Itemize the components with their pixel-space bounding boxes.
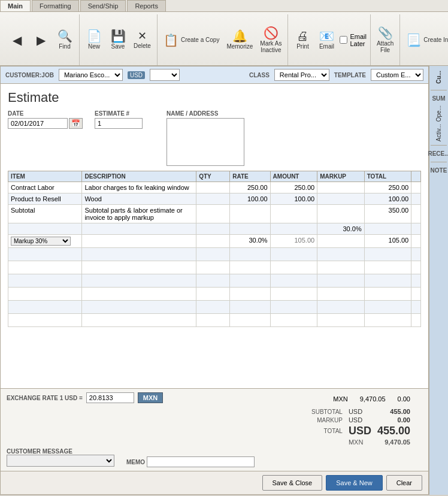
- email-later-checkbox[interactable]: [340, 36, 347, 44]
- memo-input[interactable]: [147, 456, 255, 467]
- customer-job-label: CUSTOMER:JOB: [5, 72, 54, 78]
- cell-description: Subtotal parts & labor estimate or invoi…: [82, 205, 196, 223]
- cell-description: Wood: [82, 193, 196, 205]
- cell-qty: [196, 205, 230, 223]
- save-button[interactable]: 💾 Save: [107, 29, 129, 51]
- back-button[interactable]: ◀: [6, 33, 28, 47]
- subtotal-value: 455.00: [377, 408, 410, 415]
- table-row: Subtotal Subtotal parts & labor estimate…: [8, 205, 421, 223]
- save-new-button[interactable]: Save & New: [326, 475, 383, 491]
- tab-send-ship[interactable]: Send/Ship: [80, 0, 126, 11]
- toolbar-group-file: 📄 New 💾 Save ✕ Delete: [80, 14, 158, 65]
- table-row: Product to Resell Wood 100.00 100.00 100…: [8, 193, 421, 205]
- calendar-button[interactable]: 📅: [69, 118, 83, 129]
- date-input[interactable]: [8, 118, 68, 129]
- markup-select[interactable]: Markup 30%: [11, 237, 71, 246]
- estimate-num-input[interactable]: [95, 118, 143, 129]
- message-memo-row: CUSTOMER MESSAGE MEMO: [7, 448, 422, 467]
- find-button[interactable]: 🔍 Find: [54, 29, 75, 51]
- mxn-button[interactable]: MXN: [138, 392, 163, 403]
- col-header-description: DESCRIPTION: [82, 171, 196, 182]
- bottom-area: EXCHANGE RATE 1 USD = MXN MXN 9,470.05 0…: [1, 388, 428, 471]
- cell-markup: [317, 205, 365, 223]
- mxn-zero: 0.00: [398, 395, 410, 403]
- cell-amount: 100.00: [270, 193, 317, 205]
- cell-markup: [317, 193, 365, 205]
- memo-group: MEMO: [126, 456, 255, 467]
- class-select[interactable]: Rental Pro...: [274, 69, 329, 81]
- markup-currency: USD: [349, 416, 371, 424]
- estimate-title: Estimate: [8, 90, 421, 105]
- mxn-row: EXCHANGE RATE 1 USD = MXN MXN 9,470.05 0…: [7, 392, 422, 406]
- template-select[interactable]: Custom E...: [371, 69, 423, 81]
- side-open-btn[interactable]: Ope...: [435, 105, 442, 122]
- address-textarea[interactable]: [167, 118, 244, 166]
- exchange-rate-label: EXCHANGE RATE 1 USD =: [7, 395, 83, 401]
- table-row: 30.0%: [8, 223, 421, 235]
- tab-reports[interactable]: Reports: [127, 0, 166, 11]
- mark-inactive-button[interactable]: 🚫 Mark AsInactive: [258, 26, 284, 55]
- col-header-amount: AMOUNT: [270, 171, 317, 182]
- email-button[interactable]: 📧 Email: [316, 29, 337, 51]
- side-active-btn[interactable]: Activ...: [435, 124, 442, 141]
- clear-button[interactable]: Clear: [386, 475, 422, 491]
- tab-formatting[interactable]: Formatting: [32, 0, 79, 11]
- customer-message-group: CUSTOMER MESSAGE: [7, 448, 114, 467]
- currency-select[interactable]: [150, 69, 180, 81]
- table-row-empty: [8, 301, 421, 314]
- markup-value: 0.00: [377, 416, 410, 424]
- toolbar-group-attach: 📎 AttachFile: [371, 14, 400, 65]
- class-label: CLASS: [249, 72, 270, 78]
- attach-file-button[interactable]: 📎 AttachFile: [374, 26, 396, 55]
- delete-button[interactable]: ✕ Delete: [131, 29, 153, 50]
- new-button[interactable]: 📄 New: [83, 29, 105, 51]
- customer-message-select[interactable]: [7, 455, 114, 467]
- cell-markup-markup: [317, 235, 365, 248]
- col-header-total: TOTAL: [364, 171, 411, 182]
- customer-message-label: CUSTOMER MESSAGE: [7, 448, 114, 455]
- table-row-markup: Markup 30% 30.0% 105.00 105.00: [8, 235, 421, 248]
- save-close-button[interactable]: Save & Close: [262, 475, 323, 491]
- toolbar-group-send: 🖨 Print 📧 Email Email Later: [288, 14, 371, 65]
- currency-badge: USD: [128, 71, 145, 79]
- tab-main[interactable]: Main: [0, 0, 31, 11]
- col-header-qty: QTY: [196, 171, 230, 182]
- cell-scroll: [411, 205, 421, 223]
- new-icon: 📄: [87, 30, 102, 42]
- email-later-label: Email Later: [350, 33, 367, 47]
- table-row-empty: [8, 248, 421, 261]
- table-container: ITEM DESCRIPTION QTY RATE AMOUNT MARKUP …: [8, 171, 421, 327]
- save-icon: 💾: [111, 30, 126, 42]
- delete-label: Delete: [134, 43, 151, 49]
- cell-qty: [196, 193, 230, 205]
- create-copy-button[interactable]: 📋 Create a Copy: [161, 33, 222, 47]
- col-header-rate: RATE: [230, 171, 270, 182]
- forward-button[interactable]: ▶: [30, 33, 52, 47]
- memorize-button[interactable]: 🔔 Memorize: [224, 29, 255, 51]
- side-panel: Cu... SUM Ope... Activ... RECE... NOTE: [429, 66, 448, 495]
- table-row-empty: [8, 261, 421, 274]
- exchange-row: EXCHANGE RATE 1 USD = MXN: [7, 392, 163, 403]
- cell-rate: 100.00: [230, 193, 270, 205]
- customer-job-select[interactable]: Mariano Esco...: [59, 69, 123, 81]
- cell-amount-markup: 105.00: [270, 235, 317, 248]
- attach-file-icon: 📎: [378, 27, 393, 39]
- forward-icon: ▶: [37, 34, 46, 46]
- name-address-group: NAME / ADDRESS: [167, 110, 244, 166]
- side-customer-btn[interactable]: Cu...: [434, 68, 443, 86]
- mxn-amount: 9,470.05: [360, 395, 386, 403]
- estimate-body: Estimate DATE 📅 ESTIMATE # NAME / ADDRES…: [1, 84, 428, 388]
- cell-total-markup: 105.00: [364, 235, 411, 248]
- side-divider-2: [431, 145, 447, 146]
- header-row: CUSTOMER:JOB Mariano Esco... USD CLASS R…: [1, 66, 428, 84]
- email-later-row: Email Later: [340, 33, 367, 47]
- cell-rate: 250.00: [230, 182, 270, 193]
- template-label: TEMPLATE: [334, 72, 366, 78]
- toolbar-group-copy: 📋 Create a Copy 🔔 Memorize 🚫 Mark AsInac…: [158, 14, 289, 65]
- exchange-rate-input[interactable]: [86, 392, 134, 403]
- print-button[interactable]: 🖨 Print: [292, 29, 313, 51]
- subtotal-label: SUBTOTAL: [311, 409, 343, 415]
- side-divider-1: [431, 90, 447, 90]
- create-invoice-label: Create Invoice: [423, 37, 448, 43]
- create-invoice-button[interactable]: 📃 Create Invoice: [404, 33, 448, 47]
